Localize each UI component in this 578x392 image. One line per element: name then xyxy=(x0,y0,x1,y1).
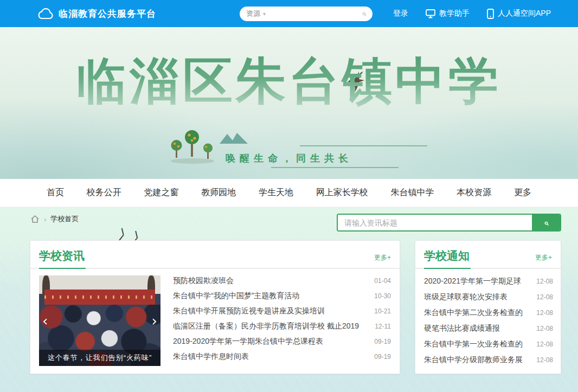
breadcrumb-current[interactable]: 学校首页 xyxy=(50,214,79,224)
news-list-item[interactable]: 朱台镇中学作息时间表 09-19 xyxy=(173,349,391,364)
phone-icon xyxy=(487,9,494,19)
notice-list-item[interactable]: 朱台镇中学分级部教师业务展 12-08 xyxy=(424,352,553,368)
notice-date: 12-08 xyxy=(536,309,553,317)
content-area: 〉〉 › 学校首页 ⌕ 学校资讯 更多+ 这个春节，让我们告别“火药味” ‹ › xyxy=(0,207,578,392)
panel-divider xyxy=(415,268,561,269)
news-title: 临淄区注册（备案）民办非学历教育培训学校 截止2019 xyxy=(173,322,369,331)
news-list-item[interactable]: 2019-2020学年第一学期朱台镇中学总课程表 09-19 xyxy=(173,334,391,349)
news-date: 09-19 xyxy=(374,338,391,345)
main-nav: 首页 校务公开 党建之窗 教师园地 学生天地 网上家长学校 朱台镇中学 本校资源… xyxy=(0,179,578,207)
notice-date: 12-08 xyxy=(536,356,553,364)
news-list-item[interactable]: 朱台镇中学开展预防近视专题讲座及实操培训 10-21 xyxy=(173,304,391,319)
news-carousel[interactable]: 这个春节，让我们告别“火药味” ‹ › xyxy=(39,275,160,366)
school-notice-panel: 学校通知 更多+ 2020-2021学年第一学期足球 12-08 班级足球联赛轮… xyxy=(415,240,561,374)
notice-more-link[interactable]: 更多+ xyxy=(535,253,552,262)
news-date: 12-11 xyxy=(375,323,391,330)
nav-item-student-world[interactable]: 学生天地 xyxy=(259,187,293,198)
teaching-assistant-link[interactable]: 教学助手 xyxy=(426,9,470,18)
search-icon: ⌕ xyxy=(544,218,548,228)
nav-item-party-building[interactable]: 党建之窗 xyxy=(144,187,179,198)
news-title: 2019-2020学年第一学期朱台镇中学总课程表 xyxy=(173,337,369,346)
app-link[interactable]: 人人通空间APP xyxy=(487,9,551,19)
notice-title: 朱台镇中学第一次业务检查的 xyxy=(424,339,531,349)
notice-list-item[interactable]: 班级足球联赛轮次安排表 12-08 xyxy=(424,289,553,305)
breadcrumb: › 学校首页 xyxy=(30,214,79,224)
carousel-caption[interactable]: 这个春节，让我们告别“火药味” xyxy=(39,350,160,366)
nav-item-teacher-garden[interactable]: 教师园地 xyxy=(201,187,236,198)
notice-panel-title: 学校通知 xyxy=(424,248,470,264)
home-icon[interactable] xyxy=(30,215,40,223)
notice-date: 12-08 xyxy=(536,325,553,332)
monitor-icon xyxy=(426,9,435,18)
news-title: 朱台镇中学作息时间表 xyxy=(173,352,369,362)
news-title: 预防校园欺凌班会 xyxy=(173,276,369,286)
notice-title: 2020-2021学年第一学期足球 xyxy=(424,277,531,286)
login-label: 登录 xyxy=(393,9,408,18)
carousel-prev-arrow[interactable]: ‹ xyxy=(42,314,48,328)
school-news-panel: 学校资讯 更多+ 这个春节，让我们告别“火药味” ‹ › 预防校园欺凌班会 01… xyxy=(30,240,400,374)
notice-title: 硬笔书法比赛成绩通报 xyxy=(424,324,531,333)
news-title: 朱台镇中学“我的中国梦”主题教育活动 xyxy=(173,291,369,301)
notice-list-item[interactable]: 朱台镇中学第一次业务检查的 12-08 xyxy=(424,336,553,352)
news-title: 朱台镇中学开展预防近视专题讲座及实操培训 xyxy=(173,306,369,316)
hero-banner: 临淄区朱台镇中学 唤醒生命，同生共长 xyxy=(0,27,578,179)
notice-date: 12-08 xyxy=(536,340,553,348)
carousel-next-arrow[interactable]: › xyxy=(152,314,157,328)
subtitle-rule-top xyxy=(300,145,427,146)
news-date: 09-19 xyxy=(374,353,391,361)
notice-date: 12-08 xyxy=(536,278,553,285)
mountains-decoration xyxy=(220,132,248,146)
notice-list-item[interactable]: 硬笔书法比赛成绩通报 12-08 xyxy=(424,320,553,336)
login-link[interactable]: 登录 xyxy=(393,9,408,18)
notice-title: 班级足球联赛轮次安排表 xyxy=(424,292,531,302)
news-date: 10-21 xyxy=(374,307,391,315)
news-list-item[interactable]: 临淄区注册（备案）民办非学历教育培训学校 截止2019 12-11 xyxy=(173,319,391,334)
subtitle-rule-bottom xyxy=(271,167,399,168)
nav-item-school-affairs[interactable]: 校务公开 xyxy=(87,187,121,198)
news-list-item[interactable]: 朱台镇中学“我的中国梦”主题教育活动 10-30 xyxy=(173,288,391,304)
notice-list-item[interactable]: 2020-2021学年第一学期足球 12-08 xyxy=(424,273,553,289)
top-search-bar[interactable]: 资源 ▾ ⌕ xyxy=(240,7,373,21)
notice-list: 2020-2021学年第一学期足球 12-08 班级足球联赛轮次安排表 12-0… xyxy=(424,273,553,368)
notice-title: 朱台镇中学分级部教师业务展 xyxy=(424,355,531,365)
school-motto: 唤醒生命，同生共长 xyxy=(0,152,578,165)
teaching-assistant-label: 教学助手 xyxy=(439,9,470,18)
news-search-box: ⌕ xyxy=(337,214,561,232)
news-list: 预防校园欺凌班会 01-04 朱台镇中学“我的中国梦”主题教育活动 10-30 … xyxy=(173,273,391,364)
brand[interactable]: 临淄教育公共服务平台 xyxy=(37,8,156,20)
news-date: 01-04 xyxy=(374,277,391,285)
photo-red-banner xyxy=(44,290,155,305)
news-search-button[interactable]: ⌕ xyxy=(532,215,560,230)
news-search-input[interactable] xyxy=(338,215,532,230)
top-bar: 临淄教育公共服务平台 资源 ▾ ⌕ 登录 教学助手 人人通空间APP xyxy=(0,0,578,27)
news-more-link[interactable]: 更多+ xyxy=(374,253,391,262)
notice-date: 12-08 xyxy=(536,293,553,301)
news-date: 10-30 xyxy=(374,292,391,300)
chevron-right-icon: › xyxy=(44,215,46,223)
nav-item-parent-school[interactable]: 网上家长学校 xyxy=(316,187,368,198)
nav-item-more[interactable]: 更多 xyxy=(514,187,531,198)
notice-title: 朱台镇中学第二次业务检查的 xyxy=(424,308,531,318)
brand-name: 临淄教育公共服务平台 xyxy=(59,8,156,20)
panel-divider xyxy=(30,268,400,269)
news-panel-title: 学校资讯 xyxy=(39,248,85,264)
nav-item-zhutai-school[interactable]: 朱台镇中学 xyxy=(391,187,434,198)
news-list-item[interactable]: 预防校园欺凌班会 01-04 xyxy=(173,273,391,288)
search-scope-select[interactable]: 资源 xyxy=(246,9,260,18)
school-name-title: 临淄区朱台镇中学 xyxy=(0,48,578,115)
nav-item-school-resources[interactable]: 本校资源 xyxy=(457,187,491,198)
app-label: 人人通空间APP xyxy=(498,9,551,18)
cloud-icon xyxy=(37,8,53,20)
nav-item-home[interactable]: 首页 xyxy=(47,187,64,198)
chevron-down-icon: ▾ xyxy=(263,11,266,17)
search-icon[interactable]: ⌕ xyxy=(362,9,366,18)
notice-list-item[interactable]: 朱台镇中学第二次业务检查的 12-08 xyxy=(424,305,553,320)
